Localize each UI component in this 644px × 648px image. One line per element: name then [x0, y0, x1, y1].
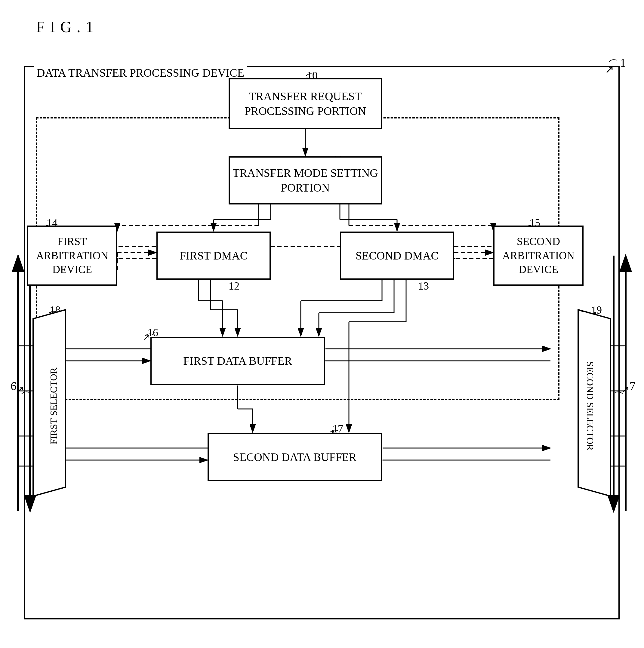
tmsp-label: TRANSFER MODE SETTING PORTION [230, 166, 381, 196]
curl-7: ↗ [622, 383, 630, 395]
ref-12: 12 [229, 280, 239, 292]
trpp-box: TRANSFER REQUEST PROCESSING PORTION [229, 78, 382, 129]
fdb-label: FIRST DATA BUFFER [183, 354, 292, 368]
fdb-box: FIRST DATA BUFFER [150, 337, 325, 385]
trpp-label: TRANSFER REQUEST PROCESSING PORTION [230, 89, 381, 119]
ref-7: 7 [630, 379, 636, 393]
ref-6: 6 [10, 379, 16, 393]
curl-6: ↗ [16, 383, 24, 395]
arb1-label: FIRSTARBITRATIONDEVICE [36, 234, 108, 277]
figure-label: F I G . 1 [36, 18, 94, 36]
ref-1: 1 [620, 56, 626, 70]
dmac2-label: SECOND DMAC [355, 249, 439, 262]
outer-label: DATA TRANSFER PROCESSING DEVICE [34, 66, 247, 79]
arb1-box: FIRSTARBITRATIONDEVICE [27, 225, 117, 286]
dmac2-box: SECOND DMAC [340, 231, 454, 280]
arb2-box: SECONDARBITRATIONDEVICE [493, 225, 584, 286]
ref-18: 18 [50, 304, 60, 316]
arb2-label: SECONDARBITRATIONDEVICE [502, 234, 575, 277]
ref-19: 19 [591, 304, 602, 316]
tmsp-box: TRANSFER MODE SETTING PORTION [229, 156, 382, 205]
diagram-page: F I G . 1 ↗ 1 DATA TRANSFER PROCESSING D… [0, 0, 644, 648]
sdb-box: SECOND DATA BUFFER [207, 433, 382, 481]
ref-13: 13 [418, 280, 429, 292]
dmac1-box: FIRST DMAC [156, 231, 271, 280]
dmac1-label: FIRST DMAC [180, 249, 248, 262]
sdb-label: SECOND DATA BUFFER [233, 450, 357, 464]
